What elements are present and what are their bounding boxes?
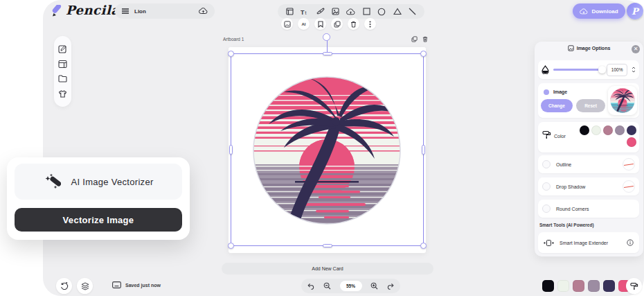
download-label: Download <box>591 8 618 15</box>
smart-image-extender-label: Smart Image Extender <box>560 241 608 245</box>
opacity-value[interactable]: 100% <box>607 64 627 76</box>
smart-image-extender-row[interactable]: Smart Image Extender <box>538 232 639 253</box>
vectorizer-title: AI Image Vectorizer <box>71 177 153 187</box>
color-swatch[interactable] <box>627 137 636 147</box>
resize-handle-ne[interactable] <box>420 51 427 57</box>
resize-handle-n[interactable] <box>323 52 332 55</box>
resize-handle-w[interactable] <box>229 145 233 155</box>
document-pill[interactable]: Lion <box>115 3 215 19</box>
opacity-stepper[interactable] <box>632 67 636 73</box>
thumbnail-art <box>610 88 635 113</box>
color-swatch[interactable] <box>627 125 636 135</box>
opacity-slider[interactable] <box>553 69 602 71</box>
history-icon <box>60 282 69 290</box>
quick-color-swatch[interactable] <box>557 280 569 292</box>
vectorize-image-button[interactable]: Vectorize Image <box>15 208 182 232</box>
delete-artboard-icon[interactable] <box>422 36 428 42</box>
panel-close-icon[interactable]: ✕ <box>632 45 640 53</box>
color-swatch[interactable] <box>615 125 625 135</box>
rotation-handle[interactable] <box>323 33 330 41</box>
vectorizer-header: AI Image Vectorizer <box>15 164 182 200</box>
image-label: Image <box>553 89 567 94</box>
save-status: Saved just now <box>112 281 161 288</box>
color-swatch[interactable] <box>591 125 601 135</box>
pen-tool-icon[interactable] <box>315 6 326 17</box>
menu-icon[interactable] <box>122 8 129 14</box>
ellipse-tool-icon[interactable] <box>376 6 387 17</box>
image-extender-icon <box>544 239 554 247</box>
pencila-logo-icon <box>51 5 63 17</box>
change-label: Change <box>548 103 565 108</box>
zoom-level[interactable]: 55% <box>340 281 362 291</box>
app-logo: Pencila <box>66 3 119 17</box>
edit-icon[interactable] <box>58 44 67 53</box>
chevron-down-icon[interactable] <box>632 70 636 73</box>
duplicate-icon[interactable] <box>331 18 343 30</box>
svg-text:t: t <box>305 10 307 15</box>
cloud-sync-icon[interactable] <box>199 8 208 15</box>
outline-row: Outline <box>538 155 639 173</box>
resize-handle-se[interactable] <box>420 243 427 249</box>
info-icon[interactable] <box>627 239 634 246</box>
rectangle-tool-icon[interactable] <box>361 6 372 17</box>
image-tool-icon[interactable] <box>330 6 341 17</box>
add-new-card-button[interactable]: Add New Card <box>222 263 433 275</box>
color-roller-button[interactable] <box>626 278 642 294</box>
history-button[interactable] <box>56 278 72 294</box>
change-image-button[interactable]: Change <box>541 99 573 112</box>
redo-icon[interactable] <box>386 283 394 290</box>
add-new-card-label: Add New Card <box>312 266 343 271</box>
artboard-label[interactable]: Artboard 1 <box>223 37 244 42</box>
resize-handle-s[interactable] <box>323 244 332 247</box>
shirt-icon[interactable] <box>58 89 67 98</box>
round-corners-label: Round Corners <box>556 207 589 211</box>
outline-label: Outline <box>556 162 571 167</box>
layers-button[interactable] <box>77 278 93 294</box>
chevron-up-icon[interactable] <box>632 67 636 69</box>
color-row <box>538 122 639 153</box>
quick-color-swatch[interactable] <box>588 280 600 292</box>
download-button[interactable]: Download <box>573 3 625 19</box>
selection-box <box>231 53 424 246</box>
replace-image-icon[interactable] <box>281 18 293 30</box>
round-corners-row: Round Corners <box>538 200 639 218</box>
ai-tools-button[interactable]: AI <box>298 18 310 30</box>
zoom-out-icon[interactable] <box>323 282 331 290</box>
image-options-icon <box>568 45 574 51</box>
delete-icon[interactable] <box>348 18 359 30</box>
color-swatch[interactable] <box>580 125 589 135</box>
bookmark-icon[interactable] <box>314 18 326 30</box>
round-corners-toggle[interactable] <box>542 204 551 213</box>
image-thumbnail[interactable] <box>608 86 637 115</box>
duplicate-artboard-icon[interactable] <box>411 36 418 42</box>
upload-tool-icon[interactable] <box>346 6 357 17</box>
reset-image-button[interactable]: Reset <box>576 99 605 112</box>
quick-color-swatch[interactable] <box>542 280 554 292</box>
resize-handle-sw[interactable] <box>228 243 234 249</box>
zoom-in-icon[interactable] <box>370 282 378 290</box>
save-status-text: Saved just now <box>125 283 161 288</box>
triangle-tool-icon[interactable] <box>392 6 403 17</box>
more-options-icon[interactable] <box>364 18 376 30</box>
drop-shadow-toggle[interactable] <box>542 182 551 191</box>
drop-shadow-none-swatch[interactable] <box>623 180 635 193</box>
frame-tool-icon[interactable] <box>284 6 295 17</box>
line-tool-icon[interactable] <box>407 6 418 17</box>
outline-toggle[interactable] <box>542 160 551 168</box>
folder-icon[interactable] <box>58 74 67 83</box>
resize-handle-nw[interactable] <box>228 51 234 57</box>
text-tool-icon[interactable]: Tt <box>299 6 310 17</box>
opacity-row: 100% <box>538 60 639 79</box>
zoom-toolbar: 55% <box>301 279 400 293</box>
svg-text:T: T <box>301 8 305 15</box>
undo-icon[interactable] <box>307 283 315 290</box>
color-swatch[interactable] <box>603 125 613 135</box>
quick-color-swatch[interactable] <box>603 280 615 292</box>
outline-none-swatch[interactable] <box>623 158 635 171</box>
opacity-slider-thumb[interactable] <box>598 66 606 73</box>
template-icon[interactable] <box>58 60 67 69</box>
resize-handle-e[interactable] <box>422 145 425 155</box>
artboard-actions <box>411 36 428 42</box>
account-avatar[interactable]: P <box>627 3 643 19</box>
quick-color-swatch[interactable] <box>573 280 584 292</box>
